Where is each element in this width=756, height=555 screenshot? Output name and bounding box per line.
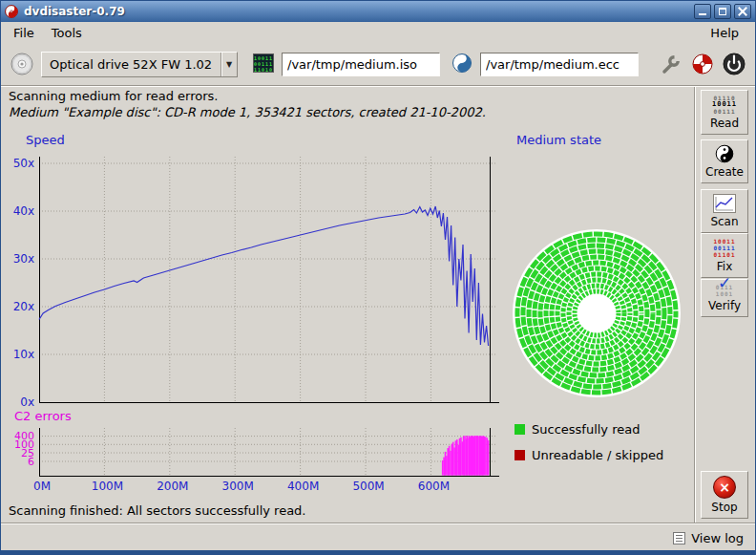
fix-button[interactable]: 10011 00111 01101 Fix bbox=[701, 233, 748, 278]
separator bbox=[1, 85, 755, 87]
svg-text:200M: 200M bbox=[157, 480, 188, 493]
separator bbox=[694, 87, 696, 523]
verify-button[interactable]: 0111 1001 ✓ Verify bbox=[701, 279, 748, 317]
iso-icon-row: 11010 bbox=[254, 67, 273, 73]
preferences-button[interactable] bbox=[656, 50, 684, 78]
check-icon: ✓ bbox=[718, 280, 732, 287]
drive-icon bbox=[10, 52, 34, 76]
legend-label: Successfully read bbox=[532, 422, 640, 437]
stop-icon: × bbox=[713, 476, 736, 499]
separator bbox=[1, 523, 755, 524]
legend-swatch-green bbox=[514, 424, 525, 435]
medium-state-title: Medium state bbox=[516, 133, 601, 147]
yin-yang-icon bbox=[715, 144, 734, 163]
svg-text:600M: 600M bbox=[418, 480, 450, 493]
svg-text:0M: 0M bbox=[33, 480, 51, 493]
svg-text:6: 6 bbox=[28, 456, 34, 468]
medium-state-disc bbox=[510, 226, 683, 400]
ecc-file-icon bbox=[452, 53, 472, 74]
legend-item-unreadable: Unreadable / skipped bbox=[514, 448, 663, 462]
svg-text:0x: 0x bbox=[20, 395, 34, 409]
log-icon bbox=[673, 532, 685, 544]
fix-icon-row: 10011 bbox=[713, 238, 735, 245]
toolbar: Optical drive 52X FW 1.02 ▼ 10011 00111 … bbox=[1, 44, 755, 85]
minimize-button[interactable] bbox=[694, 4, 711, 19]
app-window: dvdisaster-0.79 File Tools Help Optical … bbox=[0, 0, 756, 555]
iso-file-icon: 10011 00111 11010 bbox=[253, 53, 274, 73]
dropdown-arrow-icon[interactable]: ▼ bbox=[220, 53, 237, 76]
app-icon bbox=[5, 5, 18, 18]
wrench-icon bbox=[659, 53, 682, 75]
svg-text:40x: 40x bbox=[13, 204, 34, 218]
svg-text:300M: 300M bbox=[222, 480, 254, 493]
menubar: File Tools Help bbox=[1, 22, 755, 44]
scan-chart-icon bbox=[713, 194, 736, 213]
titlebar[interactable]: dvdisaster-0.79 bbox=[1, 1, 755, 22]
close-button[interactable] bbox=[734, 4, 751, 19]
maximize-button[interactable] bbox=[714, 4, 731, 19]
about-button[interactable] bbox=[688, 50, 717, 78]
ecc-path-input[interactable] bbox=[480, 53, 639, 76]
read-icon-row: 00111 bbox=[712, 108, 737, 115]
stop-button[interactable]: × Stop bbox=[701, 471, 748, 519]
result-status: Scanning finished: All sectors successfu… bbox=[9, 503, 306, 518]
legend-swatch-red bbox=[514, 450, 525, 460]
fix-icon-row: 00111 bbox=[713, 245, 735, 251]
svg-text:10x: 10x bbox=[13, 348, 34, 361]
menu-tools[interactable]: Tools bbox=[43, 23, 91, 43]
read-button[interactable]: 01110 10011 00111 Read bbox=[701, 90, 748, 135]
svg-text:500M: 500M bbox=[352, 480, 384, 493]
fix-icon-row: 01101 bbox=[713, 251, 735, 258]
fix-icon: 10011 00111 01101 bbox=[713, 238, 735, 258]
scan-button[interactable]: Scan bbox=[701, 189, 748, 233]
read-icon: 01110 10011 00111 bbox=[712, 95, 737, 115]
status-line-2: Medium "Example disc": CD-R mode 1, 3534… bbox=[9, 105, 486, 119]
svg-text:30x: 30x bbox=[13, 252, 34, 266]
charts-canvas: 50x40x30x20x10x0x0M100M200M300M400M500M6… bbox=[1, 128, 507, 499]
create-button[interactable]: Create bbox=[701, 139, 748, 183]
svg-text:100M: 100M bbox=[92, 480, 123, 493]
drive-selector[interactable]: Optical drive 52X FW 1.02 ▼ bbox=[41, 52, 238, 77]
view-log-button[interactable]: View log bbox=[669, 528, 747, 548]
read-icon-row: 10011 bbox=[712, 101, 737, 108]
verify-icon: 0111 1001 ✓ bbox=[710, 284, 739, 297]
svg-text:20x: 20x bbox=[13, 300, 34, 313]
quit-button[interactable] bbox=[720, 50, 748, 78]
svg-text:400M: 400M bbox=[287, 480, 319, 493]
menu-help[interactable]: Help bbox=[702, 23, 747, 43]
drive-selector-value: Optical drive 52X FW 1.02 bbox=[42, 57, 220, 72]
status-line-1: Scanning medium for read errors. bbox=[9, 89, 218, 103]
svg-text:50x: 50x bbox=[13, 157, 34, 170]
iso-path-input[interactable] bbox=[282, 53, 440, 76]
power-icon bbox=[722, 52, 746, 76]
window-controls bbox=[694, 4, 751, 19]
legend-item-read: Successfully read bbox=[514, 422, 640, 437]
menu-file[interactable]: File bbox=[5, 23, 43, 43]
window-title: dvdisaster-0.79 bbox=[24, 5, 125, 18]
disc-logo-icon bbox=[691, 53, 714, 75]
legend-label: Unreadable / skipped bbox=[532, 448, 663, 462]
